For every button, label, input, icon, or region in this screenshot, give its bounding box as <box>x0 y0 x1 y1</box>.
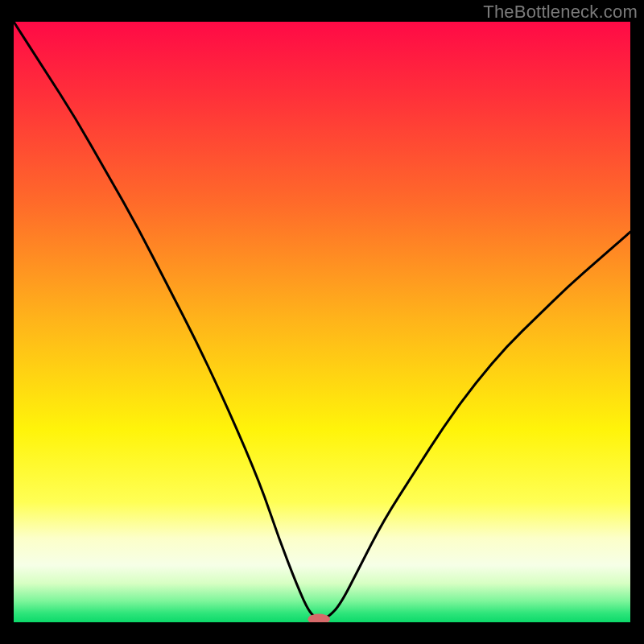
chart-frame: TheBottleneck.com <box>0 0 644 644</box>
chart-svg <box>14 22 630 622</box>
plot-area <box>14 22 630 622</box>
watermark-text: TheBottleneck.com <box>483 2 638 23</box>
gradient-background <box>14 22 630 622</box>
